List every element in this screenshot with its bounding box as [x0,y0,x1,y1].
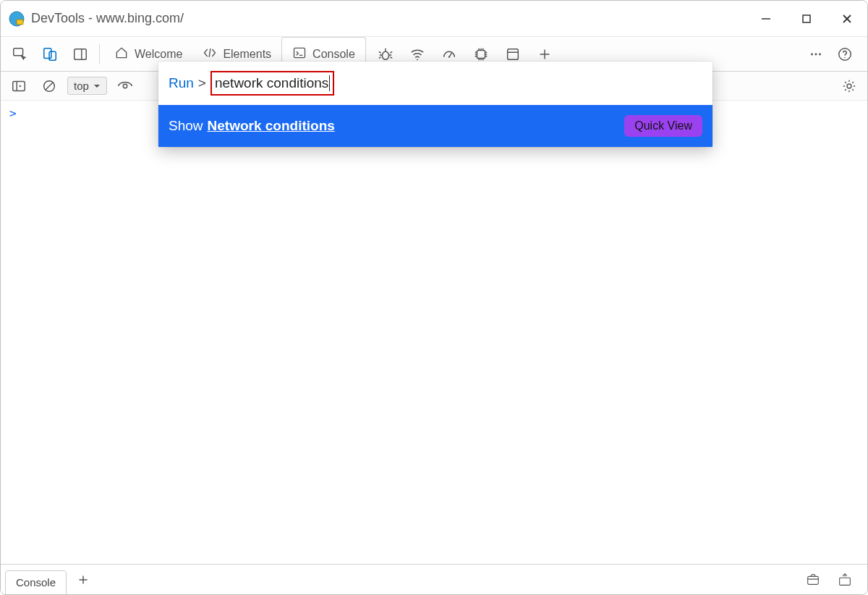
drawer-add-tab-icon[interactable] [71,567,95,592]
svg-line-12 [210,48,211,57]
svg-rect-13 [294,48,305,57]
result-badge: Quick View [624,115,702,137]
svg-point-52 [123,84,127,88]
svg-point-15 [382,51,388,59]
svg-line-51 [46,82,54,90]
command-prompt-symbol: > [198,75,206,91]
svg-point-23 [417,59,418,60]
command-menu: Run > network conditions Show Network co… [158,62,712,147]
execution-context-select[interactable]: top [67,77,107,95]
svg-rect-26 [477,50,485,58]
title-bar: DevTools - www.bing.com/ [1,1,867,37]
svg-rect-48 [13,81,25,90]
svg-rect-8 [44,48,51,58]
svg-rect-9 [49,51,56,60]
clear-console-icon[interactable] [37,74,61,98]
chevron-down-icon [93,80,101,92]
tab-label: Elements [223,48,271,61]
command-query-text: network conditions [215,75,328,91]
console-settings-icon[interactable] [837,74,861,98]
close-button[interactable] [827,1,867,36]
elements-icon [203,46,217,63]
svg-point-45 [819,53,821,55]
svg-line-18 [390,51,392,53]
svg-line-17 [379,51,381,53]
result-term: Network conditions [208,118,335,134]
command-query-highlight: network conditions [210,71,334,96]
tab-label: Welcome [135,48,182,61]
device-emulation-icon[interactable] [35,40,64,69]
svg-line-19 [379,56,381,58]
window-title: DevTools - www.bing.com/ [31,11,184,26]
inspect-element-icon[interactable] [5,40,34,69]
command-input-row[interactable]: Run > network conditions [158,62,712,105]
svg-rect-58 [840,578,851,585]
svg-rect-10 [75,48,87,59]
drawer-issues-icon[interactable] [801,567,825,592]
live-expression-icon[interactable] [113,74,137,98]
home-icon [114,46,129,63]
svg-rect-2 [17,20,23,25]
command-result-item[interactable]: Show Network conditions Quick View [158,105,712,147]
svg-point-53 [847,84,851,88]
drawer-expand-icon[interactable] [833,567,857,592]
help-icon[interactable] [833,42,857,67]
drawer-tab-console[interactable]: Console [5,570,67,595]
toolbar-divider [99,44,100,64]
minimize-button[interactable] [746,1,786,36]
svg-point-43 [811,53,813,55]
result-prefix: Show [169,118,203,134]
svg-line-20 [390,56,392,58]
edge-devtools-icon [8,10,25,28]
svg-rect-4 [803,15,810,22]
toggle-sidebar-icon[interactable] [7,74,31,98]
toolbar-right [804,42,863,67]
svg-rect-56 [808,576,819,584]
dock-side-icon[interactable] [66,40,95,69]
tab-label: Console [312,48,355,61]
svg-point-47 [844,56,845,57]
console-icon [292,46,307,63]
svg-point-25 [448,56,450,57]
command-run-label: Run [169,75,194,91]
maximize-button[interactable] [786,1,827,36]
devtools-window: DevTools - www.bing.com/ [0,0,868,595]
svg-rect-7 [14,48,23,55]
inspect-group [5,40,95,69]
svg-point-44 [815,53,817,55]
console-body[interactable]: > [1,101,867,564]
text-caret [329,75,330,91]
svg-rect-39 [507,48,518,59]
more-options-icon[interactable] [804,42,828,67]
drawer-bar: Console [1,564,867,594]
window-controls [746,1,867,36]
console-prompt-symbol: > [9,106,17,120]
drawer-tab-label: Console [16,576,56,588]
context-label: top [74,80,89,92]
